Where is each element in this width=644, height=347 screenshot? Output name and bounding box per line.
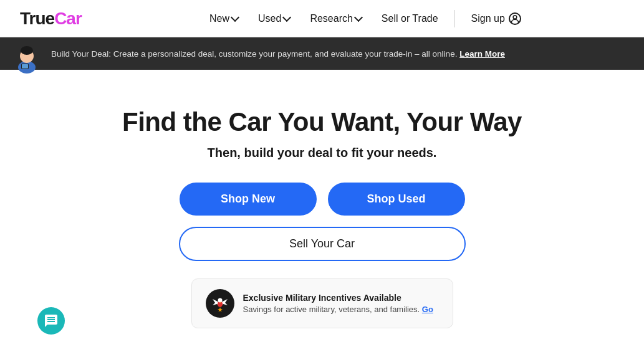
- cta-buttons-row: Shop New Shop Used: [180, 183, 465, 216]
- banner-learn-more-link[interactable]: Learn More: [459, 49, 505, 59]
- shop-new-button[interactable]: Shop New: [180, 183, 317, 216]
- sell-car-button[interactable]: Sell Your Car: [179, 227, 466, 261]
- chat-icon: [44, 313, 59, 328]
- nav-new[interactable]: New: [201, 8, 247, 29]
- svg-point-0: [513, 15, 517, 19]
- nav-used[interactable]: Used: [249, 8, 299, 29]
- logo[interactable]: TrueCar: [20, 9, 82, 29]
- banner-avatar: [12, 41, 41, 70]
- nav-sell-trade[interactable]: Sell or Trade: [373, 8, 447, 29]
- chevron-down-icon: [282, 13, 291, 22]
- svg-marker-9: [218, 307, 223, 312]
- banner-text-content: Build Your Deal: Create a personalized d…: [51, 49, 632, 59]
- chat-bubble-button[interactable]: [37, 307, 65, 335]
- nav-research[interactable]: Research: [301, 8, 370, 29]
- chevron-down-icon: [354, 13, 363, 22]
- nav-divider: [454, 10, 455, 27]
- chevron-down-icon: [231, 13, 239, 22]
- svg-point-3: [21, 46, 33, 55]
- promo-banner: Build Your Deal: Create a personalized d…: [0, 37, 644, 70]
- military-title: Exclusive Military Incentives Available: [243, 293, 433, 303]
- svg-rect-5: [22, 64, 28, 69]
- military-description: Savings for active military, veterans, a…: [243, 305, 433, 314]
- navbar: TrueCar New Used Research Sell or Trade …: [0, 0, 644, 37]
- hero-title: Find the Car You Want, Your Way: [122, 107, 522, 137]
- user-icon: [509, 12, 521, 25]
- shop-used-button[interactable]: Shop Used: [328, 183, 465, 216]
- logo-car: Car: [54, 9, 82, 28]
- hero-subtitle: Then, build your deal to fit your needs.: [208, 146, 437, 160]
- military-incentives-card: Exclusive Military Incentives Available …: [191, 278, 453, 328]
- military-go-link[interactable]: Go: [422, 305, 433, 314]
- svg-point-7: [218, 298, 222, 303]
- signup-button[interactable]: Sign up: [463, 7, 530, 30]
- hero-section: Find the Car You Want, Your Way Then, bu…: [0, 70, 644, 347]
- nav-links: New Used Research Sell or Trade Sign up: [107, 7, 624, 30]
- military-text-block: Exclusive Military Incentives Available …: [243, 293, 433, 314]
- military-badge-icon: [206, 289, 234, 318]
- logo-true: True: [20, 9, 54, 28]
